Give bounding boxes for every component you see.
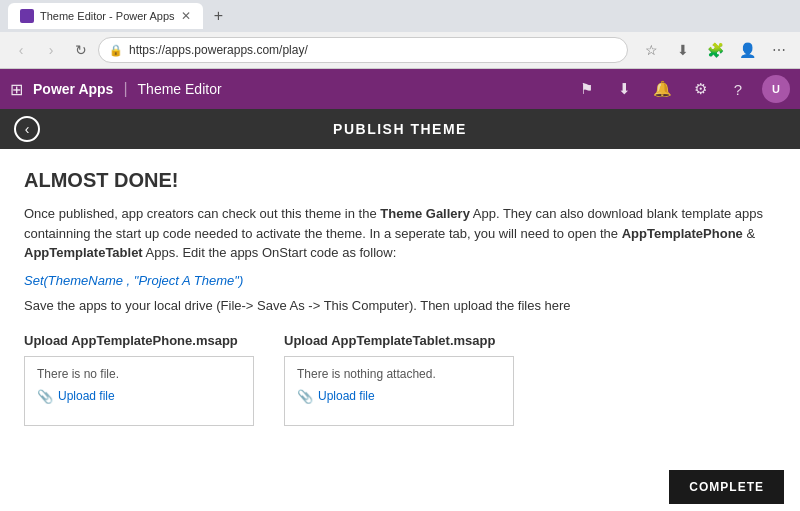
- desc-part1: Once published, app creators can check o…: [24, 206, 380, 221]
- desc-part3: &: [743, 226, 755, 241]
- upload-phone-block: Upload AppTemplatePhone.msapp There is n…: [24, 333, 254, 426]
- forward-nav-btn[interactable]: ›: [38, 37, 64, 63]
- download-icon[interactable]: ⬇: [610, 75, 638, 103]
- address-text: https://apps.powerapps.com/play/: [129, 43, 617, 57]
- page-title: PUBLISH THEME: [333, 121, 467, 137]
- app-subtitle: Theme Editor: [138, 81, 222, 97]
- upload-phone-icon: 📎: [37, 389, 53, 404]
- description-paragraph: Once published, app creators can check o…: [24, 204, 776, 263]
- bell-icon[interactable]: 🔔: [648, 75, 676, 103]
- desc-part4: Apps. Edit the apps OnStart code as foll…: [143, 245, 397, 260]
- tab-close-btn[interactable]: ✕: [181, 9, 191, 23]
- app-template-tablet-link[interactable]: AppTemplateTablet: [24, 245, 143, 260]
- nav-bar: ‹ › ↻ 🔒 https://apps.powerapps.com/play/…: [0, 32, 800, 68]
- content-wrapper: ALMOST DONE! Once published, app creator…: [0, 149, 800, 511]
- code-line: Set(ThemeName , "Project A Theme"): [24, 273, 776, 288]
- upload-phone-status: There is no file.: [37, 367, 241, 381]
- flag-icon[interactable]: ⚑: [572, 75, 600, 103]
- upload-phone-label: Upload AppTemplatePhone.msapp: [24, 333, 254, 348]
- upload-tablet-icon: 📎: [297, 389, 313, 404]
- apps-grid-icon[interactable]: ⊞: [10, 80, 23, 99]
- header-divider: |: [123, 80, 127, 98]
- app-header: ⊞ Power Apps | Theme Editor ⚑ ⬇ 🔔 ⚙ ? U: [0, 69, 800, 109]
- main-content: ALMOST DONE! Once published, app creator…: [0, 149, 800, 466]
- address-bar[interactable]: 🔒 https://apps.powerapps.com/play/: [98, 37, 628, 63]
- back-button[interactable]: ‹: [14, 116, 40, 142]
- theme-gallery-link[interactable]: Theme Gallery: [380, 206, 470, 221]
- browser-chrome: Theme Editor - Power Apps ✕ + ‹ › ↻ 🔒 ht…: [0, 0, 800, 69]
- upload-phone-btn[interactable]: 📎 Upload file: [37, 389, 241, 404]
- upload-tablet-btn[interactable]: 📎 Upload file: [297, 389, 501, 404]
- almost-done-heading: ALMOST DONE!: [24, 169, 776, 192]
- app-title: Power Apps: [33, 81, 113, 97]
- bookmark-icon[interactable]: ☆: [638, 37, 664, 63]
- app-template-phone-link[interactable]: AppTemplatePhone: [622, 226, 743, 241]
- complete-button[interactable]: COMPLETE: [669, 470, 784, 504]
- tab-bar: Theme Editor - Power Apps ✕ +: [0, 0, 800, 32]
- complete-btn-row: COMPLETE: [669, 470, 784, 504]
- more-options-icon[interactable]: ⋯: [766, 37, 792, 63]
- upload-tablet-label: Upload AppTemplateTablet.msapp: [284, 333, 514, 348]
- upload-tablet-status: There is nothing attached.: [297, 367, 501, 381]
- download-nav-icon[interactable]: ⬇: [670, 37, 696, 63]
- avatar[interactable]: U: [762, 75, 790, 103]
- upload-tablet-area: There is nothing attached. 📎 Upload file: [284, 356, 514, 426]
- back-nav-btn[interactable]: ‹: [8, 37, 34, 63]
- upload-tablet-btn-label: Upload file: [318, 389, 375, 403]
- upload-tablet-block: Upload AppTemplateTablet.msapp There is …: [284, 333, 514, 426]
- tab-label: Theme Editor - Power Apps: [40, 10, 175, 22]
- upload-phone-btn-label: Upload file: [58, 389, 115, 403]
- profile-icon[interactable]: 👤: [734, 37, 760, 63]
- tab-favicon: [20, 9, 34, 23]
- address-lock-icon: 🔒: [109, 44, 123, 57]
- browser-nav-icons: ☆ ⬇ 🧩 👤 ⋯: [638, 37, 792, 63]
- upload-phone-area: There is no file. 📎 Upload file: [24, 356, 254, 426]
- page-title-bar: ‹ PUBLISH THEME: [0, 109, 800, 149]
- extensions-icon[interactable]: 🧩: [702, 37, 728, 63]
- save-instruction: Save the apps to your local drive (File-…: [24, 298, 776, 313]
- gear-icon[interactable]: ⚙: [686, 75, 714, 103]
- refresh-nav-btn[interactable]: ↻: [68, 37, 94, 63]
- help-icon[interactable]: ?: [724, 75, 752, 103]
- upload-section: Upload AppTemplatePhone.msapp There is n…: [24, 333, 776, 426]
- active-tab[interactable]: Theme Editor - Power Apps ✕: [8, 3, 203, 29]
- new-tab-btn[interactable]: +: [207, 4, 231, 28]
